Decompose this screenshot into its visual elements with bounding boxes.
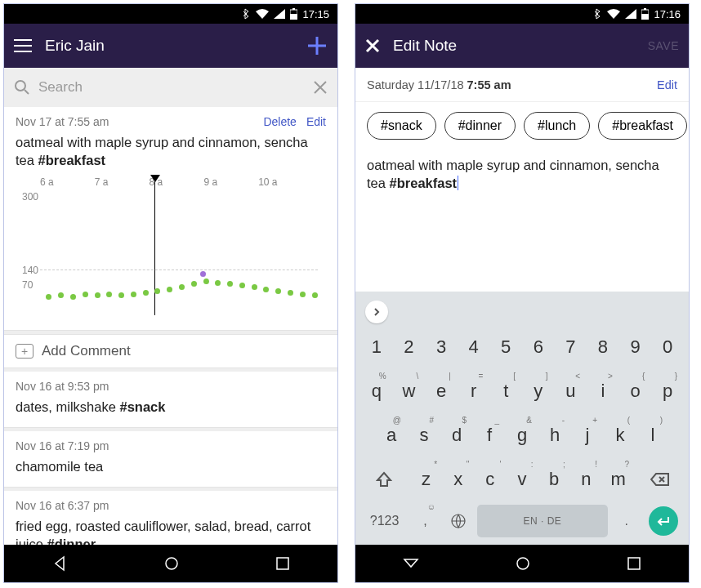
delete-link[interactable]: Delete: [263, 115, 296, 128]
keyboard-letter-group: z*x"c'v:b;n!m?: [410, 460, 634, 499]
wifi-icon: [256, 9, 269, 19]
symbols-key[interactable]: ?123: [362, 504, 407, 538]
key-v[interactable]: v:: [506, 460, 538, 499]
key-n[interactable]: n!: [570, 460, 602, 499]
bluetooth-icon: [243, 8, 251, 20]
key-w[interactable]: w\: [395, 372, 424, 411]
edit-date-link[interactable]: Edit: [657, 78, 677, 91]
key-f[interactable]: f_: [475, 416, 504, 455]
key-6[interactable]: 6: [524, 327, 553, 367]
key-hint: >: [608, 372, 613, 381]
chart-dot: [154, 288, 160, 294]
spacebar-key[interactable]: EN · DE: [477, 505, 609, 537]
key-hint: [: [513, 372, 516, 381]
key-c[interactable]: c': [474, 460, 506, 499]
svg-rect-7: [641, 14, 649, 20]
key-m[interactable]: m?: [602, 460, 634, 499]
key-l[interactable]: l): [638, 416, 668, 455]
key-u[interactable]: u<: [556, 372, 586, 411]
key-hint: +: [592, 416, 597, 425]
add-comment-label: Add Comment: [42, 343, 131, 359]
back-down-icon[interactable]: [403, 558, 419, 569]
tag-chip[interactable]: #dinner: [444, 112, 516, 140]
phone-left: 17:15 Eric Jain Search Nov 17 at 7:55 am…: [3, 3, 338, 583]
key-r[interactable]: r=: [459, 372, 489, 411]
recent-icon[interactable]: [275, 556, 290, 571]
entry-body: oatmeal with maple syrup and cinnamon, s…: [16, 133, 326, 170]
edit-date-bar: Saturday 11/17/18 7:55 am Edit: [355, 68, 689, 102]
recent-icon[interactable]: [627, 556, 641, 571]
add-comment-button[interactable]: + Add Comment: [4, 334, 337, 368]
key-j[interactable]: j+: [573, 416, 602, 455]
back-icon[interactable]: [51, 555, 68, 572]
edit-date: Saturday 11/17/18: [367, 78, 464, 91]
keyboard-row: z*x"c'v:b;n!m?: [359, 460, 685, 499]
search-icon: [14, 79, 30, 96]
key-3[interactable]: 3: [426, 327, 456, 367]
tag-chip[interactable]: #breakfast: [598, 112, 687, 140]
key-8[interactable]: 8: [588, 327, 618, 367]
period-key[interactable]: .: [611, 504, 641, 538]
backspace-key[interactable]: [637, 460, 682, 499]
key-e[interactable]: e|: [426, 372, 456, 411]
key-g[interactable]: g&: [507, 416, 537, 455]
plus-box-icon: +: [16, 344, 33, 359]
key-t[interactable]: t[: [491, 372, 520, 411]
key-s[interactable]: s#: [409, 416, 439, 455]
key-k[interactable]: k(: [605, 416, 635, 455]
keyboard-bottom-row: ?123 ,☺ EN · DE .: [359, 504, 685, 541]
key-q[interactable]: q%: [362, 372, 391, 411]
tag-chip[interactable]: #lunch: [524, 112, 590, 140]
key-h[interactable]: h-: [540, 416, 569, 455]
home-icon[interactable]: [515, 555, 531, 572]
note-editor[interactable]: oatmeal with maple syrup and cinnamon, s…: [355, 149, 689, 292]
entry-item[interactable]: Nov 16 at 7:19 pm chamomile tea: [4, 431, 337, 488]
entry-item[interactable]: Nov 16 at 6:37 pm fried egg, roasted cau…: [4, 491, 337, 545]
key-2[interactable]: 2: [395, 327, 424, 367]
key-5[interactable]: 5: [491, 327, 520, 367]
edit-link[interactable]: Edit: [306, 115, 326, 128]
entry-tag: #breakfast: [38, 153, 106, 167]
shift-icon: [376, 471, 392, 488]
enter-key[interactable]: [645, 505, 682, 537]
key-o[interactable]: o{: [621, 372, 650, 411]
key-i[interactable]: i>: [588, 372, 618, 411]
close-icon[interactable]: [365, 38, 380, 53]
entry-timestamp: Nov 16 at 7:19 pm: [16, 439, 326, 452]
add-icon[interactable]: [306, 35, 328, 56]
keyboard-row: q%w\e|r=t[y]u<i>o{p}: [359, 372, 685, 411]
key-4[interactable]: 4: [459, 327, 489, 367]
key-d[interactable]: d$: [442, 416, 471, 455]
entry-body: fried egg, roasted cauliflower, salad, b…: [16, 517, 326, 545]
wifi-icon: [607, 9, 620, 19]
menu-icon[interactable]: [14, 38, 32, 53]
chart-dot: [143, 290, 149, 296]
entry-text: dates, milkshake: [16, 399, 119, 414]
key-p[interactable]: p}: [653, 372, 682, 411]
signal-icon: [274, 9, 285, 19]
key-7[interactable]: 7: [556, 327, 586, 367]
keyboard-expand-button[interactable]: [365, 301, 388, 323]
key-9[interactable]: 9: [621, 327, 650, 367]
key-x[interactable]: x": [442, 460, 474, 499]
key-a[interactable]: a@: [377, 416, 406, 455]
save-button[interactable]: SAVE: [648, 39, 679, 52]
key-z[interactable]: z*: [410, 460, 442, 499]
language-key[interactable]: [444, 504, 474, 538]
entry-body: chamomile tea: [16, 457, 326, 475]
key-0[interactable]: 0: [653, 327, 682, 367]
home-icon[interactable]: [163, 555, 180, 572]
entry-body: dates, milkshake #snack: [16, 398, 326, 416]
search-bar[interactable]: Search: [4, 68, 337, 107]
key-y[interactable]: y]: [524, 372, 553, 411]
search-placeholder: Search: [38, 79, 305, 96]
key-1[interactable]: 1: [362, 327, 391, 367]
entry-item[interactable]: Nov 17 at 7:55 am Delete Edit oatmeal wi…: [4, 107, 337, 331]
entry-item[interactable]: Nov 16 at 9:53 pm dates, milkshake #snac…: [4, 372, 337, 428]
shift-key[interactable]: [362, 460, 407, 499]
key-b[interactable]: b;: [538, 460, 570, 499]
clear-icon[interactable]: [313, 80, 328, 95]
tag-chip[interactable]: #snack: [367, 112, 436, 140]
key-hint: ): [660, 416, 663, 425]
comma-key[interactable]: ,☺: [410, 504, 440, 538]
